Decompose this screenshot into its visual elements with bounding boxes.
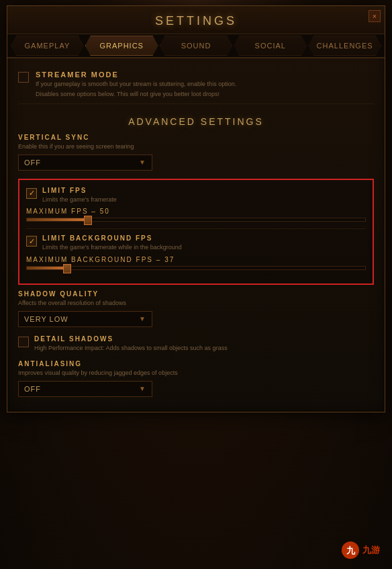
tab-bar: GAMEPLAY GRAPHICS SOUND SOCIAL CHALLENGE… (7, 34, 385, 58)
max-bg-fps-track[interactable] (26, 266, 366, 270)
fps-divider (26, 228, 366, 229)
limit-bg-fps-desc: Limits the game's framerate while in the… (42, 243, 182, 252)
shadow-quality-group: SHADOW QUALITY Affects the overall resol… (18, 290, 374, 327)
fps-highlight-box: ✓ LIMIT FPS Limits the game's framerate … (18, 179, 374, 285)
shadow-quality-label: SHADOW QUALITY (18, 290, 374, 298)
limit-fps-desc: Limits the game's framerate (42, 195, 117, 204)
antialiasing-group: ANTIALIASING Improves visual quality by … (18, 360, 374, 397)
tab-challenges[interactable]: CHALLENGES (308, 36, 381, 56)
limit-bg-fps-checkbox[interactable]: ✓ (26, 236, 37, 247)
limit-bg-fps-row: ✓ LIMIT BACKGROUND FPS Limits the game's… (26, 234, 366, 252)
shadow-quality-value: VERY LOW (24, 315, 68, 323)
watermark: 九 九游 (341, 541, 380, 560)
tab-graphics[interactable]: GRAPHICS (85, 36, 158, 56)
vertical-sync-desc: Enable this if you are seeing screen tea… (18, 142, 374, 151)
antialiasing-desc: Improves visual quality by reducing jagg… (18, 369, 374, 378)
max-fps-track[interactable] (26, 218, 366, 222)
limit-bg-fps-label: LIMIT BACKGROUND FPS (42, 234, 182, 242)
close-button[interactable]: × (369, 10, 381, 22)
vertical-sync-arrow: ▼ (139, 159, 146, 166)
title-bar: SETTINGS × (7, 6, 385, 34)
svg-text:九: 九 (346, 545, 356, 556)
streamer-mode-desc2: Disables some options below. This will n… (36, 90, 236, 99)
limit-fps-checkbox[interactable]: ✓ (26, 188, 37, 199)
antialiasing-arrow: ▼ (139, 385, 146, 392)
detail-shadows-row: DETAIL SHADOWS High Performance Impact: … (18, 335, 374, 353)
max-bg-fps-label: MAXIMUM BACKGROUND FPS – 37 (26, 256, 366, 263)
vertical-sync-group: VERTICAL SYNC Enable this if you are see… (18, 134, 374, 171)
content-area: STREAMER MODE If your gameplay is smooth… (7, 58, 385, 412)
max-fps-label: MAXIMUM FPS – 50 (26, 208, 366, 215)
antialiasing-dropdown[interactable]: OFF ▼ (18, 381, 152, 397)
settings-window: SETTINGS × GAMEPLAY GRAPHICS SOUND SOCIA… (7, 5, 385, 412)
streamer-mode-title: STREAMER MODE (36, 71, 236, 79)
tab-social[interactable]: SOCIAL (234, 36, 307, 56)
shadow-quality-arrow: ▼ (139, 315, 146, 322)
streamer-mode-section: STREAMER MODE If your gameplay is smooth… (18, 65, 374, 104)
tab-sound[interactable]: SOUND (160, 36, 233, 56)
limit-fps-row: ✓ LIMIT FPS Limits the game's framerate (26, 187, 366, 204)
tab-gameplay[interactable]: GAMEPLAY (11, 36, 84, 56)
max-bg-fps-slider-container: MAXIMUM BACKGROUND FPS – 37 (26, 256, 366, 270)
antialiasing-value: OFF (24, 385, 41, 393)
max-bg-fps-fill (27, 267, 67, 269)
detail-shadows-group: DETAIL SHADOWS High Performance Impact: … (18, 335, 374, 353)
vertical-sync-value: OFF (24, 159, 41, 167)
watermark-logo-icon: 九 (341, 541, 360, 560)
max-fps-fill (27, 218, 88, 221)
watermark-text: 九游 (362, 544, 380, 556)
shadow-quality-dropdown[interactable]: VERY LOW ▼ (18, 311, 152, 327)
detail-shadows-checkbox[interactable] (18, 337, 29, 347)
max-fps-slider-container: MAXIMUM FPS – 50 (26, 208, 366, 222)
window-title: SETTINGS (7, 14, 385, 28)
max-bg-fps-thumb[interactable] (63, 264, 71, 273)
detail-shadows-desc: High Performance Impact: Adds shadows to… (34, 344, 228, 353)
max-fps-thumb[interactable] (84, 216, 92, 225)
vertical-sync-dropdown[interactable]: OFF ▼ (18, 155, 152, 171)
detail-shadows-label: DETAIL SHADOWS (34, 335, 228, 343)
streamer-mode-desc1: If your gameplay is smooth but your stre… (36, 80, 236, 89)
vertical-sync-label: VERTICAL SYNC (18, 134, 374, 141)
shadow-quality-desc: Affects the overall resolution of shadow… (18, 299, 374, 308)
advanced-settings-heading: ADVANCED SETTINGS (18, 111, 374, 134)
limit-fps-label: LIMIT FPS (42, 187, 117, 194)
antialiasing-label: ANTIALIASING (18, 360, 374, 367)
streamer-mode-checkbox[interactable] (18, 72, 29, 83)
